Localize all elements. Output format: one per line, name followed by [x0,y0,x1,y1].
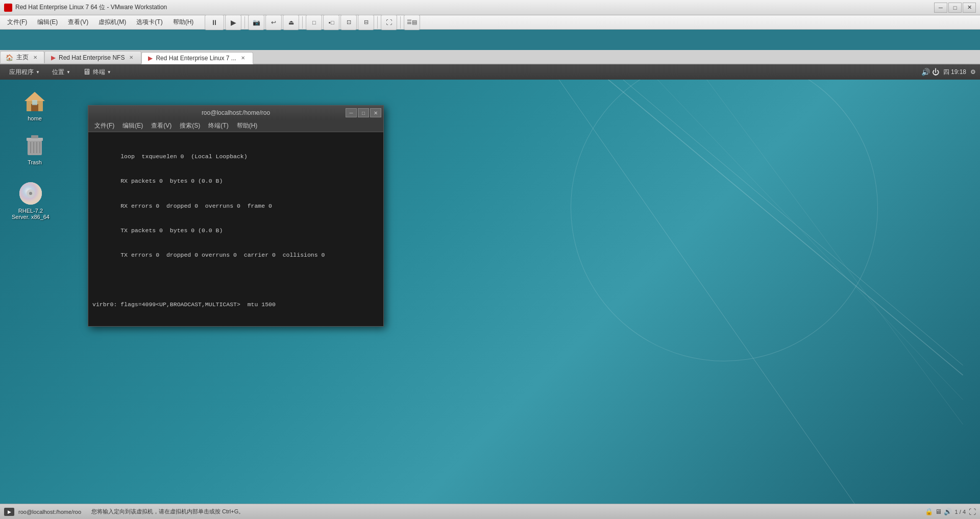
view-btn3[interactable]: ⊡ [340,15,357,30]
settings-icon[interactable]: ⚙ [970,68,976,76]
speaker-status-icon: 🔊 [944,508,952,515]
svg-line-3 [707,80,963,425]
home-icon [22,89,47,113]
statusbar-left: ▶ roo@localhost:/home/roo [4,508,81,516]
svg-line-2 [657,80,963,400]
svg-marker-6 [24,92,45,101]
statusbar-page: 1 / 4 [955,509,966,515]
svg-rect-11 [31,135,38,138]
gnome-panel: 应用程序 ▼ 位置 ▼ 🖥 终端 ▼ 🔊 ⏻ 四 19:18 ⚙ [0,64,980,80]
terminal-menu: 文件(F) 编辑(E) 查看(V) 搜索(S) 终端(T) 帮助(H) [88,120,383,132]
tab-nfs-icon: ▶ [51,54,56,61]
speaker-icon[interactable]: 🔊 [921,68,930,76]
power-button[interactable]: ▶ [225,15,241,30]
unity-button[interactable]: ☰▤ [404,15,420,30]
vmware-titlebar: Red Hat Enterprise Linux 7 64 位 - VMware… [0,0,980,15]
tab-home[interactable]: 🏠 主页 ✕ [0,51,44,63]
term-line-1: loop txqueuelen 0 (Local Loopback) [92,153,379,161]
trash-icon [22,133,47,157]
tab-rhel-icon: ▶ [148,55,153,62]
tab-nfs[interactable]: ▶ Red Hat Enterprise NFS ✕ [44,51,141,63]
term-menu-file[interactable]: 文件(F) [90,120,118,131]
terminal-close-button[interactable]: ✕ [370,108,381,117]
close-button[interactable]: ✕ [963,3,976,13]
term-line-8: inet 192.168.122.1 netmask 255.255.255.0… [92,325,379,326]
terminal-arrow: ▼ [107,70,111,75]
desktop: home Trash [0,80,980,504]
term-menu-edit[interactable]: 编辑(E) [118,120,147,131]
terminal-icon: 🖥 [83,67,91,77]
terminal-minimize-button[interactable]: ─ [346,108,357,117]
tab-nfs-close[interactable]: ✕ [128,54,135,61]
terminal-maximize-button[interactable]: □ [358,108,369,117]
term-menu-view[interactable]: 查看(V) [147,120,176,131]
home-tab-icon: 🏠 [6,54,13,61]
terminal-controls: ─ □ ✕ [346,108,381,117]
term-line-6 [92,276,379,284]
clock-area: 🔊 ⏻ 四 19:18 ⚙ [921,68,976,77]
pause-button[interactable]: ⏸ [205,15,224,30]
svg-line-0 [608,80,963,375]
terminal-label: 终端 [93,68,105,77]
term-line-7: virbr0: flags=4099<UP,BROADCAST,MULTICAS… [92,301,379,309]
svg-rect-7 [31,104,38,111]
view-btn4[interactable]: ⊟ [358,15,374,30]
menu-tab[interactable]: 选项卡(T) [131,16,167,28]
vmware-icon [4,4,12,12]
places-label: 位置 [52,68,64,77]
dvd-icon-label: RHEL-7.2 Server. x86_64 [10,208,51,220]
places-menu[interactable]: 位置 ▼ [47,66,76,78]
desktop-icon-rhel[interactable]: RHEL-7.2 Server. x86_64 [10,179,51,222]
tab-rhel-label: Red Hat Enterprise Linux 7 ... [156,55,236,62]
term-menu-terminal[interactable]: 终端(T) [204,120,232,131]
svg-point-19 [29,192,32,195]
term-line-5: TX errors 0 dropped 0 overruns 0 carrier… [92,251,379,259]
applications-arrow: ▼ [36,70,40,75]
terminal-content[interactable]: loop txqueuelen 0 (Local Loopback) RX pa… [88,132,383,326]
terminal-title: roo@localhost:/home/roo [202,109,270,116]
term-menu-search[interactable]: 搜索(S) [176,120,204,131]
lock-icon: 🔒 [925,508,933,515]
menu-file[interactable]: 文件(F) [2,16,32,28]
minimize-button[interactable]: ─ [934,3,947,13]
revert-button[interactable]: ↩ [265,15,282,30]
view-btn1[interactable]: □ [306,15,322,30]
svg-line-1 [623,80,963,365]
maximize-button[interactable]: □ [948,3,962,13]
applications-menu[interactable]: 应用程序 ▼ [4,66,45,78]
dvd-icon [18,181,43,206]
fullscreen-button[interactable]: ⛶ [381,15,397,30]
power-status-icon[interactable]: ⏻ [932,68,939,76]
tab-home-close[interactable]: ✕ [32,54,39,61]
tray-icons: 🔊 ⏻ [921,68,939,76]
snapshot-button[interactable]: 📷 [248,15,264,30]
vmware-title: Red Hat Enterprise Linux 7 64 位 - VMware… [15,3,934,12]
tab-rhel[interactable]: ▶ Red Hat Enterprise Linux 7 ... ✕ [141,52,253,64]
desktop-icon-home[interactable]: home [14,87,55,123]
view-btn2[interactable]: ▪□ [323,15,339,30]
monitor-icon: 🖥 [935,508,942,515]
menu-view[interactable]: 查看(V) [63,16,93,28]
vmware-tabs: 🏠 主页 ✕ ▶ Red Hat Enterprise NFS ✕ ▶ Red … [0,50,980,64]
statusbar-warning: 您将输入定向到该虚拟机，请在虚拟机内部单击或按 Ctrl+G。 [91,508,244,515]
places-arrow: ▼ [66,70,70,75]
terminal-launcher[interactable]: 🖥 终端 ▼ [78,66,116,78]
home-icon-label: home [28,115,42,121]
term-line-3: RX errors 0 dropped 0 overruns 0 frame 0 [92,202,379,210]
statusbar-icons: 🔒 🖥 🔊 [925,508,952,515]
applications-label: 应用程序 [9,68,34,77]
tab-nfs-label: Red Hat Enterprise NFS [59,54,125,61]
statusbar-right: 🔒 🖥 🔊 1 / 4 ⛶ [925,508,976,516]
expand-icon[interactable]: ⛶ [969,508,976,516]
svg-rect-8 [32,100,37,105]
term-menu-help[interactable]: 帮助(H) [233,120,262,131]
desktop-icon-trash[interactable]: Trash [14,131,55,167]
terminal-window: roo@localhost:/home/roo ─ □ ✕ 文件(F) 编辑(E… [88,105,384,327]
menu-edit[interactable]: 编辑(E) [32,16,63,28]
statusbar: ▶ roo@localhost:/home/roo 您将输入定向到该虚拟机，请在… [0,504,980,519]
suspend-button[interactable]: ⏏ [283,15,299,30]
menu-help[interactable]: 帮助(H) [168,16,199,28]
tab-rhel-close[interactable]: ✕ [239,55,247,62]
menu-vm[interactable]: 虚拟机(M) [93,16,131,28]
tab-home-label: 主页 [16,53,29,62]
